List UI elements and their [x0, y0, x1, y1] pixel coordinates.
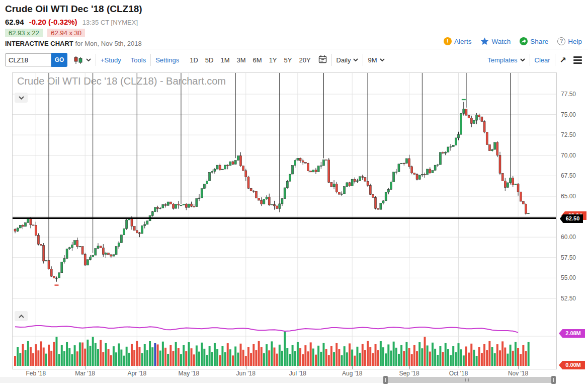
candle — [227, 165, 229, 166]
expand-icon[interactable]: ↗ — [560, 55, 566, 65]
volume-bar — [30, 347, 32, 366]
candle — [325, 160, 327, 160]
volume-bar — [367, 341, 369, 366]
volume-bar — [302, 354, 304, 366]
link-watch[interactable]: Watch — [480, 37, 511, 45]
chart-type-dropdown[interactable] — [73, 55, 91, 64]
candle — [416, 175, 418, 180]
timeframe-1m[interactable]: 1M — [220, 56, 229, 64]
volume-bar — [442, 352, 444, 366]
volume-bar — [172, 351, 174, 366]
toolbar-separator — [363, 54, 363, 66]
frequency-dropdown[interactable]: Daily — [337, 56, 359, 64]
candle — [460, 113, 462, 134]
x-axis-label: Nov '18 — [508, 370, 528, 377]
scrollbar-right-handle[interactable] — [551, 376, 556, 384]
candle — [439, 152, 441, 165]
scrollbar-thumb[interactable] — [385, 377, 555, 383]
candle — [297, 158, 299, 160]
volume-bar — [247, 347, 249, 366]
symbol-input[interactable] — [5, 53, 51, 66]
candle — [380, 203, 382, 209]
calendar-button[interactable] — [318, 55, 327, 65]
candle — [81, 247, 83, 255]
x-axis-tick — [409, 366, 410, 369]
x-axis-label: Oct '18 — [449, 370, 468, 377]
candle — [219, 165, 221, 170]
timeframe-5d[interactable]: 5D — [205, 56, 214, 64]
volume-bar — [289, 354, 291, 366]
chevron-up-icon — [19, 315, 24, 318]
menu-icon[interactable] — [573, 56, 582, 64]
scrollbar-left-handle[interactable] — [383, 376, 388, 384]
volume-bar — [411, 354, 413, 366]
candle — [123, 228, 125, 235]
x-axis-tick — [85, 366, 86, 369]
candle — [310, 171, 312, 172]
volume-bar — [245, 356, 247, 366]
candle — [432, 171, 434, 173]
candle — [32, 225, 34, 225]
candle — [302, 161, 304, 162]
link-help[interactable]: ?Help — [557, 37, 582, 45]
timeframe-20y[interactable]: 20Y — [299, 56, 310, 64]
volume-bar — [395, 348, 397, 366]
candle — [162, 204, 164, 208]
price-volume-chart[interactable] — [13, 73, 556, 368]
candle — [68, 248, 70, 249]
collapse-price-panel-button[interactable] — [15, 93, 28, 103]
x-axis-label: Apr '18 — [127, 370, 146, 377]
y-axis-label: 57.50 — [561, 254, 586, 261]
candle — [528, 213, 530, 213]
candle — [232, 162, 234, 164]
volume-bar — [434, 349, 436, 366]
volume-bar — [320, 352, 322, 366]
timeframe-6m[interactable]: 6M — [253, 56, 262, 64]
volume-bar — [382, 347, 384, 366]
volume-bar — [333, 352, 335, 366]
volume-bar — [48, 345, 50, 366]
candle — [87, 260, 89, 265]
x-axis-tick — [36, 366, 36, 369]
volume-bar — [25, 350, 27, 366]
timeframe-3m[interactable]: 3M — [237, 56, 246, 64]
candle — [245, 171, 247, 177]
volume-bar — [494, 353, 496, 366]
chevron-down-icon — [520, 58, 525, 61]
candle — [242, 166, 244, 171]
link-share[interactable]: Share — [520, 37, 548, 45]
candle — [237, 156, 239, 160]
volume-bar — [460, 349, 462, 366]
timeframe-5y[interactable]: 5Y — [284, 56, 292, 64]
go-button[interactable]: GO — [51, 53, 67, 67]
volume-bar — [390, 351, 392, 366]
star-icon — [480, 37, 489, 45]
range-dropdown[interactable]: 9M — [368, 56, 384, 64]
x-axis-label: Aug '18 — [342, 370, 362, 377]
volume-bar — [170, 345, 172, 366]
volume-bar — [385, 353, 387, 366]
candle — [203, 184, 205, 189]
candle — [22, 225, 24, 226]
add-study-button[interactable]: +Study — [101, 56, 121, 64]
settings-button[interactable]: Settings — [155, 56, 179, 64]
volume-bar — [102, 352, 104, 366]
volume-bar — [274, 347, 276, 366]
candle — [473, 120, 475, 123]
clear-button[interactable]: Clear — [535, 56, 550, 64]
y-axis-label: 67.50 — [561, 172, 586, 179]
timeframe-1d[interactable]: 1D — [190, 56, 198, 64]
candle — [338, 192, 340, 195]
tools-button[interactable]: Tools — [131, 56, 146, 64]
volume-bar — [196, 345, 198, 366]
templates-dropdown[interactable]: Templates — [487, 56, 525, 64]
candle — [512, 178, 514, 185]
timeframe-1y[interactable]: 1Y — [269, 56, 277, 64]
candle — [286, 181, 288, 188]
link-alerts[interactable]: !Alerts — [444, 37, 472, 45]
volume-bar — [354, 356, 356, 366]
candle — [167, 202, 169, 205]
candle — [517, 184, 519, 192]
volume-bar — [66, 342, 68, 366]
collapse-volume-panel-button[interactable] — [15, 311, 28, 321]
